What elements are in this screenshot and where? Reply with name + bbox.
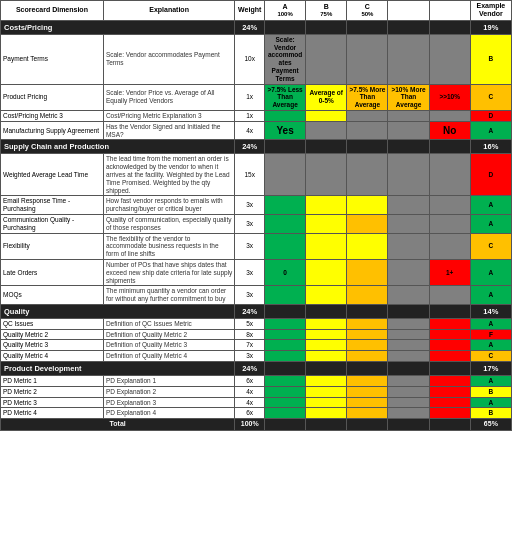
explanation-0-3: Has the Vendor Signed and Initialed the … bbox=[103, 121, 234, 140]
cell-d-3-0 bbox=[388, 376, 429, 387]
cell-d-2-2 bbox=[388, 340, 429, 351]
cell-c-2-2 bbox=[347, 340, 388, 351]
total-f bbox=[429, 419, 470, 430]
data-row-0-3: Manufacturing Supply AgreementHas the Ve… bbox=[1, 121, 512, 140]
data-row-2-2: Quality Metric 3Definition of Quality Me… bbox=[1, 340, 512, 351]
total-d bbox=[388, 419, 429, 430]
cell-vendor-1-1: A bbox=[470, 196, 511, 215]
cell-vendor-1-4: A bbox=[470, 259, 511, 285]
section-vendor-score-2: 14% bbox=[470, 304, 511, 318]
total-weight: 100% bbox=[235, 419, 265, 430]
cell-a-0-1: >7.5% Less Than Average bbox=[265, 84, 306, 110]
cell-b-0-3 bbox=[306, 121, 347, 140]
section-score-b-2 bbox=[306, 304, 347, 318]
cell-vendor-3-2: A bbox=[470, 397, 511, 408]
cell-b-1-5 bbox=[306, 286, 347, 305]
grade-c-pct: 50% bbox=[349, 11, 385, 18]
header-grade-d: D 25% bbox=[388, 1, 429, 21]
cell-c-2-0 bbox=[347, 318, 388, 329]
explanation-1-0: The lead time from the moment an order i… bbox=[103, 154, 234, 196]
section-score-f-2 bbox=[429, 304, 470, 318]
weight-0-0: 10x bbox=[235, 34, 265, 84]
cell-a-1-5 bbox=[265, 286, 306, 305]
dimension-1-4: Late Orders bbox=[1, 259, 104, 285]
cell-a-3-1 bbox=[265, 386, 306, 397]
weight-1-5: 3x bbox=[235, 286, 265, 305]
cell-f-2-3 bbox=[429, 351, 470, 362]
data-row-1-1: Email Response Time - PurchasingHow fast… bbox=[1, 196, 512, 215]
weight-1-4: 3x bbox=[235, 259, 265, 285]
cell-d-2-0 bbox=[388, 318, 429, 329]
explanation-3-2: PD Explanation 3 bbox=[103, 397, 234, 408]
cell-c-3-1 bbox=[347, 386, 388, 397]
cell-b-1-4 bbox=[306, 259, 347, 285]
cell-b-2-0 bbox=[306, 318, 347, 329]
dimension-2-2: Quality Metric 3 bbox=[1, 340, 104, 351]
cell-f-3-3 bbox=[429, 408, 470, 419]
cell-d-0-1: >10% More Than Average bbox=[388, 84, 429, 110]
cell-vendor-1-0: D bbox=[470, 154, 511, 196]
section-weight-3: 24% bbox=[235, 362, 265, 376]
data-row-1-0: Weighted Average Lead TimeThe lead time … bbox=[1, 154, 512, 196]
header-weight: Weight bbox=[235, 1, 265, 21]
section-score-a-0 bbox=[265, 20, 306, 34]
cell-vendor-1-5: A bbox=[470, 286, 511, 305]
cell-c-3-2 bbox=[347, 397, 388, 408]
cell-vendor-1-3: C bbox=[470, 233, 511, 259]
cell-a-0-0: Scale: Vendor accommodates Payment Terms bbox=[265, 34, 306, 84]
section-header-0: Costs/Pricing 24% 19% bbox=[1, 20, 512, 34]
cell-f-3-0 bbox=[429, 376, 470, 387]
data-row-3-1: PD Metric 2PD Explanation 24xB bbox=[1, 386, 512, 397]
cell-b-3-3 bbox=[306, 408, 347, 419]
cell-b-0-0 bbox=[306, 34, 347, 84]
cell-b-3-1 bbox=[306, 386, 347, 397]
cell-d-1-0 bbox=[388, 154, 429, 196]
cell-b-1-2 bbox=[306, 214, 347, 233]
cell-b-3-2 bbox=[306, 397, 347, 408]
cell-b-0-2 bbox=[306, 110, 347, 121]
header-grade-f: F 0% bbox=[429, 1, 470, 21]
weight-2-0: 5x bbox=[235, 318, 265, 329]
explanation-2-3: Definition of Quality Metric 4 bbox=[103, 351, 234, 362]
dimension-0-1: Product Pricing bbox=[1, 84, 104, 110]
header-grade-b: B 75% bbox=[306, 1, 347, 21]
total-row: Total 100% 65% bbox=[1, 419, 512, 430]
cell-a-3-2 bbox=[265, 397, 306, 408]
explanation-2-0: Definition of QC Issues Metric bbox=[103, 318, 234, 329]
cell-f-3-1 bbox=[429, 386, 470, 397]
weight-0-2: 1x bbox=[235, 110, 265, 121]
cell-f-1-5 bbox=[429, 286, 470, 305]
cell-vendor-2-3: C bbox=[470, 351, 511, 362]
cell-d-3-3 bbox=[388, 408, 429, 419]
cell-vendor-0-2: D bbox=[470, 110, 511, 121]
grade-f-label: F bbox=[448, 3, 452, 10]
explanation-1-3: The flexibility of the vendor to accommo… bbox=[103, 233, 234, 259]
cell-b-3-0 bbox=[306, 376, 347, 387]
cell-vendor-3-0: A bbox=[470, 376, 511, 387]
weight-3-0: 6x bbox=[235, 376, 265, 387]
dimension-2-1: Quality Metric 2 bbox=[1, 329, 104, 340]
section-score-d-0 bbox=[388, 20, 429, 34]
weight-3-1: 4x bbox=[235, 386, 265, 397]
weight-1-0: 15x bbox=[235, 154, 265, 196]
cell-f-2-2 bbox=[429, 340, 470, 351]
section-score-f-1 bbox=[429, 140, 470, 154]
data-row-1-2: Communication Quality - PurchasingQualit… bbox=[1, 214, 512, 233]
dimension-3-2: PD Metric 3 bbox=[1, 397, 104, 408]
section-score-c-1 bbox=[347, 140, 388, 154]
table-header: Scorecard Dimension Explanation Weight A… bbox=[1, 1, 512, 21]
grade-c-label: C bbox=[365, 3, 370, 10]
grade-d-label: D bbox=[406, 3, 411, 10]
dimension-0-3: Manufacturing Supply Agreement bbox=[1, 121, 104, 140]
cell-a-2-1 bbox=[265, 329, 306, 340]
weight-1-1: 3x bbox=[235, 196, 265, 215]
section-score-b-1 bbox=[306, 140, 347, 154]
weight-3-2: 4x bbox=[235, 397, 265, 408]
cell-a-3-0 bbox=[265, 376, 306, 387]
cell-d-2-3 bbox=[388, 351, 429, 362]
dimension-2-0: QC Issues bbox=[1, 318, 104, 329]
cell-d-0-0 bbox=[388, 34, 429, 84]
grade-a-label: A bbox=[283, 3, 288, 10]
data-row-2-0: QC IssuesDefinition of QC Issues Metric5… bbox=[1, 318, 512, 329]
grade-b-pct: 75% bbox=[308, 11, 344, 18]
